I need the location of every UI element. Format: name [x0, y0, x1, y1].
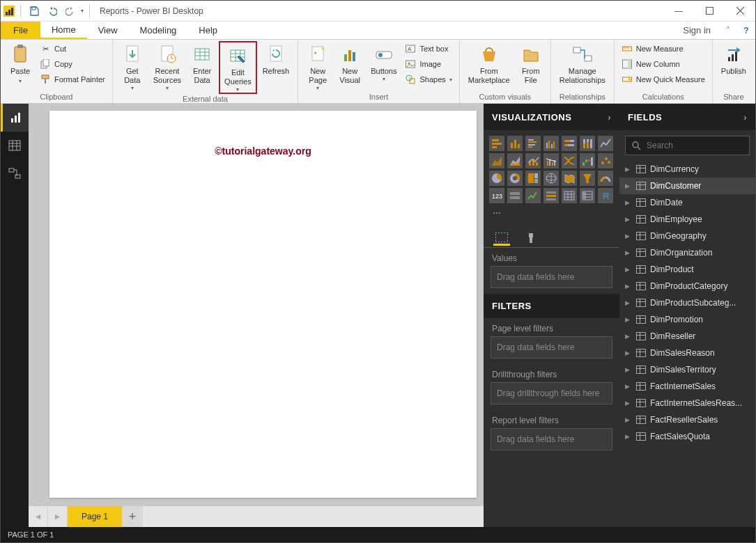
values-drop[interactable]: Drag data fields here: [491, 266, 612, 288]
page-next-button[interactable]: ►: [48, 506, 68, 527]
save-icon[interactable]: [26, 3, 42, 19]
format-painter-button[interactable]: Format Painter: [37, 72, 108, 87]
drill-filters-drop[interactable]: Drag drillthrough fields here: [491, 382, 612, 404]
recent-sources-button[interactable]: Recent Sources▾: [149, 41, 185, 91]
format-tab[interactable]: [523, 230, 539, 246]
field-item[interactable]: ▶FactInternetSalesReas...: [619, 395, 755, 411]
field-item[interactable]: ▶DimDate: [619, 194, 755, 211]
fields-search-input[interactable]: [647, 141, 751, 150]
field-item[interactable]: ▶FactSalesQuota: [619, 428, 755, 445]
tab-view[interactable]: View: [87, 22, 129, 39]
copy-button[interactable]: Copy: [37, 56, 108, 72]
buttons-button[interactable]: Buttons▾: [367, 41, 401, 82]
viz-line-column[interactable]: [525, 153, 541, 168]
new-visual-button[interactable]: New Visual: [334, 41, 365, 85]
enter-data-button[interactable]: Enter Data: [187, 41, 217, 85]
viz-100-column[interactable]: [580, 136, 595, 151]
field-item[interactable]: ▶DimProductCategory: [619, 278, 755, 294]
manage-relationships-button[interactable]: Manage Relationships: [555, 41, 610, 85]
report-view-button[interactable]: [1, 104, 29, 132]
viz-panel-header[interactable]: VISUALIZATIONS›: [484, 104, 619, 130]
model-view-button[interactable]: [1, 159, 29, 187]
cut-button[interactable]: ✂Cut: [37, 41, 108, 56]
new-column-button[interactable]: New Column: [619, 56, 708, 72]
fields-panel-header[interactable]: FIELDS›: [619, 104, 755, 130]
viz-r-script[interactable]: R: [598, 188, 613, 203]
paste-button[interactable]: Paste▾: [5, 41, 36, 86]
tab-home[interactable]: Home: [40, 22, 87, 39]
image-button[interactable]: Image: [402, 56, 454, 72]
field-item[interactable]: ▶FactInternetSales: [619, 378, 755, 395]
refresh-button[interactable]: Refresh: [259, 41, 294, 76]
page-filters-drop[interactable]: Drag data fields here: [491, 336, 612, 359]
field-item[interactable]: ▶DimProduct: [619, 261, 755, 278]
viz-table[interactable]: [562, 188, 577, 203]
edit-queries-button[interactable]: Edit Queries▾: [219, 41, 257, 94]
viz-filled-map[interactable]: [562, 171, 577, 186]
undo-icon[interactable]: [45, 3, 60, 19]
viz-line-clustered[interactable]: [543, 153, 559, 168]
viz-gauge[interactable]: [598, 171, 613, 186]
tab-modeling[interactable]: Modeling: [129, 22, 188, 39]
viz-slicer[interactable]: [543, 188, 559, 203]
viz-clustered-bar[interactable]: [525, 136, 541, 151]
fields-search[interactable]: [625, 136, 750, 155]
field-item[interactable]: ▶DimCurrency: [619, 161, 755, 178]
viz-line[interactable]: [598, 136, 613, 151]
data-view-button[interactable]: [1, 132, 29, 159]
viz-card[interactable]: 123: [489, 188, 504, 203]
viz-100-bar[interactable]: [562, 136, 577, 151]
viz-area[interactable]: [489, 153, 504, 168]
text-box-button[interactable]: AText box: [402, 41, 454, 56]
viz-stacked-bar[interactable]: [489, 136, 504, 151]
publish-button[interactable]: Publish: [717, 41, 750, 76]
field-item[interactable]: ▶DimProductSubcateg...: [619, 294, 755, 311]
close-button[interactable]: [725, 1, 755, 22]
collapse-ribbon-icon[interactable]: ˄: [719, 22, 737, 39]
from-marketplace-button[interactable]: From Marketplace: [464, 41, 514, 85]
tab-file[interactable]: File: [1, 22, 40, 39]
tab-help[interactable]: Help: [187, 22, 229, 39]
field-item[interactable]: ▶DimReseller: [619, 328, 755, 345]
viz-kpi[interactable]: [525, 188, 541, 203]
help-icon[interactable]: ?: [737, 22, 755, 39]
page-prev-button[interactable]: ◄: [29, 506, 48, 527]
viz-ribbon[interactable]: [562, 153, 577, 168]
shapes-button[interactable]: Shapes ▾: [402, 72, 454, 87]
field-item[interactable]: ▶DimEmployee: [619, 211, 755, 228]
viz-stacked-area[interactable]: [507, 153, 523, 168]
new-quick-measure-button[interactable]: New Quick Measure: [619, 72, 708, 87]
field-item[interactable]: ▶DimCustomer: [619, 178, 755, 194]
report-canvas[interactable]: ©tutorialgateway.org: [49, 111, 477, 498]
field-item[interactable]: ▶DimPromotion: [619, 311, 755, 328]
field-item[interactable]: ▶DimSalesTerritory: [619, 361, 755, 378]
viz-matrix[interactable]: [580, 188, 595, 203]
fields-tab[interactable]: [493, 230, 510, 246]
redo-icon[interactable]: [63, 3, 78, 19]
maximize-button[interactable]: [694, 1, 725, 22]
report-filters-drop[interactable]: Drag data fields here: [491, 428, 612, 450]
viz-treemap[interactable]: [525, 171, 541, 186]
new-page-button[interactable]: ★New Page▾: [302, 41, 333, 91]
viz-clustered-column[interactable]: [543, 136, 559, 151]
viz-multi-card[interactable]: [507, 188, 523, 203]
add-page-button[interactable]: +: [122, 506, 143, 527]
viz-stacked-column[interactable]: [507, 136, 523, 151]
field-item[interactable]: ▶DimOrganization: [619, 244, 755, 261]
minimize-button[interactable]: ―: [663, 1, 694, 22]
viz-donut[interactable]: [507, 171, 523, 186]
new-measure-button[interactable]: New Measure: [619, 41, 708, 56]
get-data-button[interactable]: Get Data▾: [117, 41, 148, 91]
page-tab[interactable]: Page 1: [68, 506, 122, 527]
viz-map[interactable]: [543, 171, 559, 186]
field-item[interactable]: ▶DimGeography: [619, 228, 755, 244]
field-item[interactable]: ▶FactResellerSales: [619, 411, 755, 428]
from-file-button[interactable]: From File: [516, 41, 546, 85]
viz-funnel[interactable]: [580, 171, 595, 186]
viz-scatter[interactable]: [598, 153, 613, 168]
viz-waterfall[interactable]: [580, 153, 595, 168]
sign-in-link[interactable]: Sign in: [674, 22, 719, 39]
viz-pie[interactable]: [489, 171, 504, 186]
field-item[interactable]: ▶DimSalesReason: [619, 345, 755, 361]
viz-more[interactable]: ⋯: [489, 205, 504, 221]
